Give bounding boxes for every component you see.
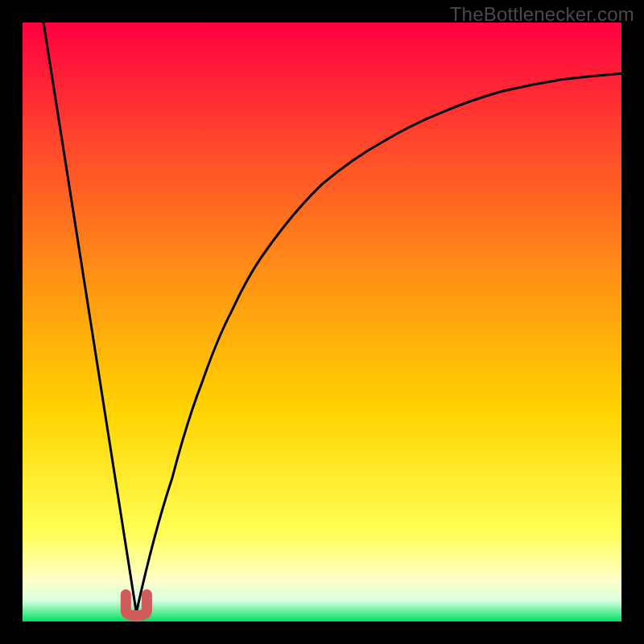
- gradient-background: [23, 23, 621, 621]
- chart-frame: TheBottlenecker.com: [0, 0, 644, 644]
- bottleneck-chart: [23, 23, 621, 621]
- watermark-text: TheBottlenecker.com: [450, 3, 634, 26]
